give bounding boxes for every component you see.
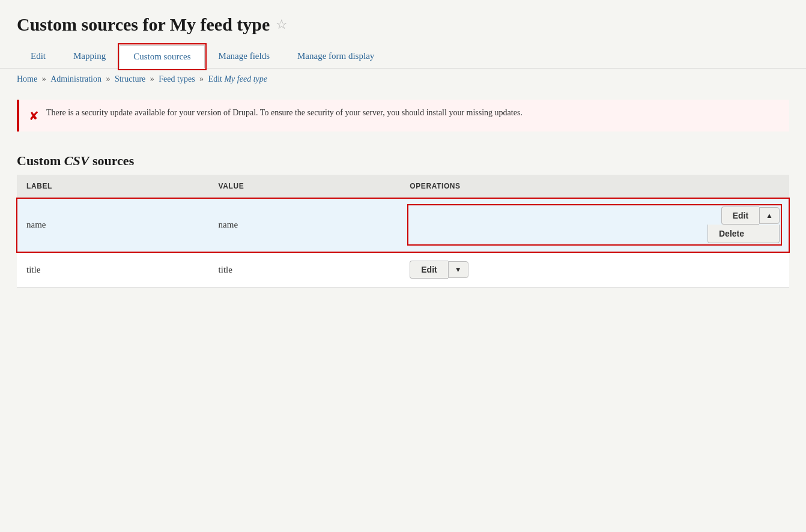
col-header-operations: OPERATIONS — [400, 175, 789, 198]
row-1-edit-button[interactable]: Edit — [721, 207, 759, 225]
tab-manage-fields[interactable]: Manage fields — [205, 44, 283, 68]
breadcrumb-sep-4: » — [199, 74, 206, 83]
breadcrumb-feed-types[interactable]: Feed types — [159, 74, 195, 83]
table-row: name name Edit ▲ Delete — [17, 198, 789, 252]
tab-custom-sources[interactable]: Custom sources — [120, 45, 204, 68]
breadcrumb-home[interactable]: Home — [17, 74, 37, 83]
row-1-btn-row: Edit ▲ — [721, 207, 780, 225]
row-1-value: name — [209, 198, 401, 252]
row-1-delete-button[interactable]: Delete — [708, 225, 780, 243]
col-header-label: LABEL — [17, 175, 209, 198]
row-2-value: title — [209, 252, 401, 288]
section-title-prefix: Custom — [17, 153, 64, 168]
breadcrumb-administration[interactable]: Administration — [50, 74, 102, 83]
row-1-ops-group: Edit ▲ Delete — [410, 207, 780, 243]
table-row: title title Edit ▼ — [17, 252, 789, 288]
breadcrumb-sep-1: » — [42, 74, 49, 83]
row-1-dropdown-toggle[interactable]: ▲ — [759, 207, 780, 224]
breadcrumb-sep-2: » — [106, 74, 113, 83]
row-2-ops-group: Edit ▼ — [410, 261, 780, 279]
tab-manage-form-display[interactable]: Manage form display — [283, 44, 388, 68]
section-title: Custom CSV sources — [0, 141, 806, 175]
row-2-operations: Edit ▼ — [400, 252, 789, 288]
col-header-value: VALUE — [209, 175, 401, 198]
row-2-edit-button[interactable]: Edit — [410, 261, 447, 279]
section-title-suffix: sources — [89, 153, 134, 168]
row-2-label: title — [17, 252, 209, 288]
breadcrumb-sep-3: » — [150, 74, 157, 83]
section-title-italic: CSV — [64, 153, 89, 168]
page-wrapper: Custom sources for My feed type ☆ Edit M… — [0, 0, 806, 532]
row-1-operations: Edit ▲ Delete — [400, 198, 789, 252]
breadcrumb-current: My feed type — [224, 74, 267, 83]
page-title-text: Custom sources for My feed type — [17, 14, 270, 35]
page-header: Custom sources for My feed type ☆ — [0, 0, 806, 44]
breadcrumb: Home » Administration » Structure » Feed… — [0, 68, 806, 90]
alert-message: There is a security update available for… — [46, 108, 523, 118]
favorite-star-icon[interactable]: ☆ — [276, 17, 288, 32]
alert-error: ✘ There is a security update available f… — [17, 100, 789, 131]
tab-edit[interactable]: Edit — [17, 44, 59, 68]
custom-sources-table: LABEL VALUE OPERATIONS name name Edit ▲ … — [17, 175, 789, 288]
row-2-dropdown-toggle[interactable]: ▼ — [448, 261, 468, 278]
tabs-bar: Edit Mapping Custom sources Manage field… — [0, 44, 806, 68]
tab-mapping[interactable]: Mapping — [59, 44, 120, 68]
breadcrumb-edit[interactable]: Edit My feed type — [208, 74, 267, 83]
alert-error-icon: ✘ — [29, 109, 39, 123]
row-1-label: name — [17, 198, 209, 252]
breadcrumb-structure[interactable]: Structure — [115, 74, 145, 83]
table-header-row: LABEL VALUE OPERATIONS — [17, 175, 789, 198]
page-title: Custom sources for My feed type ☆ — [17, 14, 789, 35]
